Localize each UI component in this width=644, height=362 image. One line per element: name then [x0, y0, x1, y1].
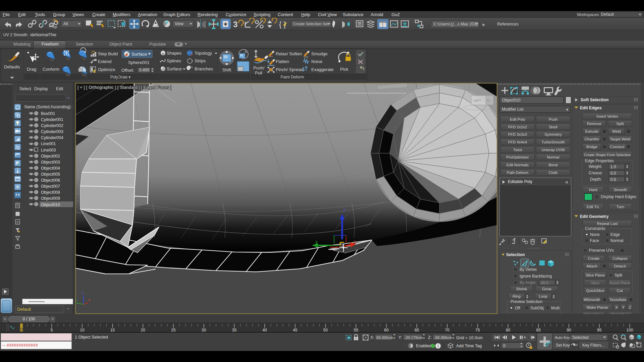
svg-text:Cylinder002: Cylinder002: [41, 123, 63, 128]
svg-text:69.392cm: 69.392cm: [376, 336, 393, 340]
svg-text:60: 60: [384, 328, 389, 333]
svg-text:Noise: Noise: [311, 59, 322, 64]
svg-text:0.400: 0.400: [139, 68, 149, 72]
svg-text:Strips: Strips: [195, 58, 206, 63]
svg-text:Enabled:: Enabled:: [416, 344, 432, 348]
svg-text:25: 25: [171, 328, 176, 333]
svg-text:Auto Key: Auto Key: [555, 336, 570, 340]
svg-text:Z:: Z:: [428, 335, 432, 340]
svg-text:85: 85: [536, 328, 541, 333]
svg-text:100: 100: [626, 328, 633, 333]
svg-text:80: 80: [506, 328, 511, 333]
svg-text:35: 35: [232, 328, 237, 333]
svg-text:Surface: Surface: [167, 66, 182, 71]
svg-text:10: 10: [80, 328, 85, 333]
svg-text:-58.366cm: -58.366cm: [434, 336, 452, 340]
svg-text:Object003: Object003: [41, 160, 60, 165]
svg-text:Conform: Conform: [43, 67, 59, 72]
svg-text:50: 50: [323, 328, 328, 333]
svg-text:Cylinder001: Cylinder001: [41, 117, 63, 122]
svg-text:z: z: [82, 291, 84, 295]
svg-text:65: 65: [415, 328, 419, 333]
svg-text:[ + ] [ Orthographic ] [ Stand: [ + ] [ Orthographic ] [ Standard ] [ Ed…: [77, 85, 171, 90]
svg-text:Create Selection Set: Create Selection Set: [293, 22, 329, 26]
svg-text:Step Build: Step Build: [98, 51, 118, 56]
svg-text:Flatten: Flatten: [276, 59, 289, 64]
svg-text:Object007: Object007: [41, 184, 60, 189]
svg-text:Exaggerate: Exaggerate: [311, 67, 334, 72]
svg-text:15: 15: [110, 328, 115, 333]
svg-text:Offset:: Offset:: [121, 68, 134, 73]
svg-text:All: All: [63, 21, 68, 26]
svg-text:Object006: Object006: [41, 178, 60, 183]
svg-text:0: 0: [503, 344, 505, 348]
svg-text:Y: Y: [315, 240, 318, 244]
svg-text:3: 3: [233, 20, 237, 29]
svg-text:x: x: [89, 298, 90, 302]
svg-text:C:\Users\성...s Max 2022: C:\Users\성...s Max 2022: [433, 22, 478, 26]
svg-text:Box001: Box001: [41, 111, 55, 116]
svg-text:Push/: Push/: [253, 65, 265, 70]
svg-text:Pull: Pull: [255, 70, 262, 75]
svg-text:Add Time Tag: Add Time Tag: [456, 344, 482, 348]
svg-text:Line001: Line001: [41, 141, 56, 146]
svg-text:Object004: Object004: [41, 166, 60, 171]
svg-text:55: 55: [354, 328, 359, 333]
svg-text:Line003: Line003: [41, 148, 56, 153]
svg-text:40: 40: [262, 328, 267, 333]
svg-text:90: 90: [567, 328, 571, 333]
svg-text:-20.179cm: -20.179cm: [405, 336, 422, 340]
svg-text:Shapes: Shapes: [167, 51, 182, 56]
svg-text:Splines: Splines: [167, 58, 181, 63]
svg-text:Pick: Pick: [340, 67, 348, 72]
svg-text:Defaults: Defaults: [4, 64, 20, 69]
svg-text:Grid = 10.0cm: Grid = 10.0cm: [456, 336, 483, 340]
svg-text:75: 75: [475, 328, 480, 333]
svg-text:Cylinder004: Cylinder004: [41, 135, 63, 140]
svg-text:RI: RI: [487, 99, 490, 102]
svg-text:Object002: Object002: [41, 154, 60, 159]
svg-text:LEFT: LEFT: [474, 99, 481, 102]
svg-text:Object008: Object008: [41, 190, 60, 195]
svg-text:45: 45: [293, 328, 298, 333]
svg-text:E: E: [17, 221, 19, 224]
svg-text:Drag: Drag: [27, 67, 36, 72]
svg-text:Sphere001: Sphere001: [128, 60, 150, 65]
svg-text:95: 95: [597, 328, 602, 333]
svg-text:1: 1: [437, 344, 439, 348]
svg-text:Cylinder003: Cylinder003: [41, 129, 63, 134]
svg-text:20: 20: [141, 328, 146, 333]
svg-text:View: View: [175, 21, 183, 26]
svg-text:Branches: Branches: [195, 66, 213, 71]
svg-text:30: 30: [202, 328, 206, 333]
svg-text:Y:: Y:: [398, 335, 402, 340]
svg-text:Surface: Surface: [131, 52, 147, 57]
svg-text:References: References: [497, 22, 519, 26]
svg-text:Object009: Object009: [41, 196, 60, 201]
svg-text:Shift: Shift: [222, 67, 231, 72]
svg-text:Pinch/ Spread: Pinch/ Spread: [276, 67, 303, 72]
svg-text:Selected: Selected: [572, 335, 589, 340]
svg-text:Topology: Topology: [195, 51, 212, 56]
svg-text:Relax/ Soften: Relax/ Soften: [276, 51, 302, 56]
svg-text:Optimize: Optimize: [98, 67, 115, 72]
svg-text:0: 0: [20, 327, 22, 331]
svg-text:»: »: [482, 21, 485, 27]
svg-text:x: x: [354, 240, 356, 243]
svg-text:Key Filters...: Key Filters...: [582, 343, 605, 348]
svg-text:Set Key: Set Key: [556, 343, 570, 348]
svg-text:Object010: Object010: [41, 202, 60, 207]
svg-text:Object005: Object005: [41, 172, 60, 177]
svg-text:X:: X:: [370, 335, 374, 340]
svg-text:Z: Z: [343, 208, 345, 213]
svg-text:Smudge: Smudge: [311, 51, 327, 56]
svg-text:5: 5: [51, 328, 53, 333]
svg-text:70: 70: [445, 328, 450, 333]
svg-text:Extend: Extend: [98, 59, 111, 64]
